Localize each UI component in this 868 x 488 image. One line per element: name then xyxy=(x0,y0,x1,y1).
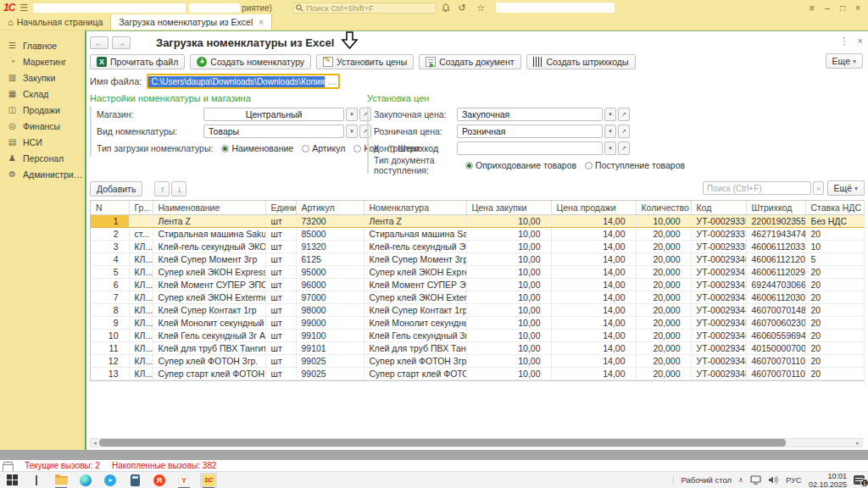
telegram-icon[interactable] xyxy=(102,473,119,488)
main-menu-icon[interactable]: ☰ xyxy=(19,3,28,14)
table-row[interactable]: 6КЛ...Клей Момент СУПЕР ЭПОКСИ 6мл ш...ш… xyxy=(91,279,864,291)
chevron-down-icon[interactable]: ▾ xyxy=(604,125,616,138)
desktop-toolbar-label[interactable]: Рабочий стол xyxy=(673,475,732,485)
back-button[interactable]: ← xyxy=(90,36,108,49)
tab-excel-load[interactable]: Загрузка номенклатуры из Excel × xyxy=(110,14,272,30)
open-icon[interactable]: ↗ xyxy=(618,125,630,138)
calculator-icon[interactable] xyxy=(126,473,143,488)
table-row[interactable]: 10КЛ...Клей Гель секундный 3г Арт 403-20… xyxy=(91,330,864,342)
radio-option[interactable]: Оприходование товаров xyxy=(465,160,576,170)
create-nomenclature-button[interactable]: Создать номенклатуру xyxy=(190,54,311,69)
counterparty-input[interactable] xyxy=(457,141,603,155)
file-name-input[interactable]: C:\Users\daupa\Downloads\Downloads\Копия… xyxy=(147,74,340,89)
form-menu-dots-icon[interactable]: ⋮ xyxy=(840,36,849,47)
sidebar-item-glavnoe[interactable]: ☰Главное xyxy=(0,37,85,53)
table-row[interactable]: 13КЛ...Супер старт клей ФОТОН 3гр.шт9902… xyxy=(91,368,864,380)
close-button[interactable]: × xyxy=(851,3,865,13)
onec-icon[interactable]: 1С xyxy=(200,473,217,488)
table-search-input[interactable]: Поиск (Ctrl+F) xyxy=(703,181,811,195)
file-choose-button[interactable]: … xyxy=(325,76,338,86)
tools-menu-icon[interactable]: ≡ xyxy=(805,3,819,13)
open-icon[interactable]: ↗ xyxy=(618,108,630,121)
table-row[interactable]: 3КЛ...Клей-гель секундный ЭКОН 3гр, на м… xyxy=(91,241,864,253)
chevron-down-icon[interactable]: ▾ xyxy=(604,108,616,121)
store-input[interactable]: Центральный xyxy=(203,108,344,121)
table-row[interactable]: 12КЛ...Супер клей ФОТОН 3гр.шт99025Супер… xyxy=(91,355,864,368)
retail-price-input[interactable]: Розничная xyxy=(457,125,603,138)
table-row[interactable]: 5КЛ...Супер клей ЭКОН Express зеленый 3.… xyxy=(91,266,864,279)
chevron-down-icon[interactable]: ▾ xyxy=(346,125,358,138)
table-row[interactable]: 2ст...Стиральная машина Sakura SA-8202..… xyxy=(91,228,864,241)
column-header-4[interactable]: Артикул xyxy=(296,201,364,215)
column-header-9[interactable]: Код xyxy=(691,201,746,215)
sidebar-item-sklad[interactable]: ▦Склад xyxy=(0,86,85,102)
favorites-star-icon[interactable]: ☆ xyxy=(474,3,487,14)
column-header-8[interactable]: Количество xyxy=(636,201,691,215)
history-icon[interactable]: ↺ xyxy=(455,3,469,14)
column-header-1[interactable]: Гр... xyxy=(129,201,153,215)
add-row-button[interactable]: Добавить xyxy=(90,181,142,197)
tab-home[interactable]: ⌂ Начальная страница xyxy=(0,14,110,30)
global-search-input[interactable]: Поиск Ctrl+Shift+F xyxy=(292,3,437,14)
table-row[interactable]: 4КЛ...Клей Супер Момент 3гршт6125Клей Су… xyxy=(91,253,864,266)
chevron-down-icon[interactable]: ▾ xyxy=(346,108,358,121)
more-button-top[interactable]: Еще ▾ xyxy=(826,53,863,69)
sidebar-item-administrirovanie[interactable]: ⚙Администрирование xyxy=(0,166,85,182)
sidebar-item-nsi[interactable]: ▤НСИ xyxy=(0,134,85,150)
column-header-6[interactable]: Цена закупки xyxy=(466,201,551,215)
table-row[interactable]: 9КЛ...Клей Монолит секундный 3г Арт 403-… xyxy=(91,317,864,330)
radio-option[interactable]: Артикул xyxy=(302,143,345,153)
minimize-button[interactable]: – xyxy=(821,3,834,13)
column-header-10[interactable]: Штрихкод xyxy=(746,201,805,215)
sidebar-item-prodazhi[interactable]: ◫Продажи xyxy=(0,102,85,118)
read-file-button[interactable]: Прочитать файл xyxy=(90,54,185,69)
create-document-button[interactable]: Создать документ xyxy=(419,54,520,69)
radio-option[interactable]: Поступление товаров xyxy=(585,160,685,170)
scrollbar-thumb[interactable] xyxy=(99,439,786,446)
explorer-icon[interactable] xyxy=(53,473,70,488)
table-row[interactable]: 1Лента Zшт73200Лента Z10,0014,0010,000УТ… xyxy=(91,215,864,228)
open-icon[interactable]: ↗ xyxy=(618,141,630,155)
sidebar-item-zakupki[interactable]: ▥Закупки xyxy=(0,69,85,86)
move-up-button[interactable]: ↑ xyxy=(154,181,170,197)
table-row[interactable]: 8КЛ...Клей Супер Контакт 1гршт98000Клей … xyxy=(91,304,864,317)
horizontal-scrollbar[interactable]: ◂ ▸ xyxy=(90,438,863,447)
column-header-2[interactable]: Наименование xyxy=(153,201,265,215)
nomenclature-kind-input[interactable]: Товары xyxy=(203,125,344,138)
notification-center-icon[interactable]: 1 xyxy=(854,475,865,485)
create-barcodes-button[interactable]: Создать штрихкоды xyxy=(526,54,636,69)
maximize-button[interactable]: □ xyxy=(836,3,849,13)
cursor-icon[interactable] xyxy=(28,473,45,488)
column-header-5[interactable]: Номенклатура xyxy=(364,201,466,215)
radio-option[interactable]: Наименование xyxy=(221,143,293,153)
search-clear-icon[interactable]: × xyxy=(813,181,824,195)
column-header-7[interactable]: Цена продажи xyxy=(551,201,636,215)
yandex-icon[interactable]: Я xyxy=(151,473,168,488)
form-close-icon[interactable]: × xyxy=(858,36,863,47)
volume-icon[interactable] xyxy=(768,475,779,485)
move-down-button[interactable]: ↓ xyxy=(171,181,186,197)
column-header-0[interactable]: N xyxy=(91,201,129,215)
chevron-down-icon[interactable]: ▾ xyxy=(604,141,616,155)
table-row[interactable]: 11КЛ...Клей для труб ПВХ Тангит 125гршт9… xyxy=(91,342,864,355)
start-icon[interactable] xyxy=(3,473,20,488)
tray-chevron-up-icon[interactable]: ∧ xyxy=(738,476,743,484)
sidebar-item-finansy[interactable]: ◎Финансы xyxy=(0,118,85,134)
set-prices-button[interactable]: Установить цены xyxy=(316,54,414,69)
clock[interactable]: 10:01 02.10.2025 xyxy=(809,472,847,488)
purchase-price-input[interactable]: Закупочная xyxy=(457,108,603,121)
edge-icon[interactable] xyxy=(77,473,94,488)
sidebar-item-personal[interactable]: ♟Персонал xyxy=(0,150,85,166)
column-header-11[interactable]: Ставка НДС xyxy=(805,201,864,215)
table-row[interactable]: 7КЛ...Супер клей ЭКОН Exterme 3гр.шт9700… xyxy=(91,291,864,304)
notifications-bell-icon[interactable] xyxy=(442,3,450,13)
yandex-browser-icon[interactable]: Y xyxy=(175,473,192,488)
scroll-left-icon[interactable]: ◂ xyxy=(91,440,99,446)
column-header-3[interactable]: Едини... xyxy=(265,201,296,215)
tab-close-icon[interactable]: × xyxy=(259,18,264,27)
language-indicator[interactable]: РУС xyxy=(786,475,802,485)
forward-button[interactable]: → xyxy=(112,36,131,49)
sidebar-item-marketing[interactable]: ◔Маркетинг xyxy=(0,53,85,69)
more-button-table[interactable]: Ещё ▾ xyxy=(827,180,865,196)
network-icon[interactable] xyxy=(750,475,761,485)
